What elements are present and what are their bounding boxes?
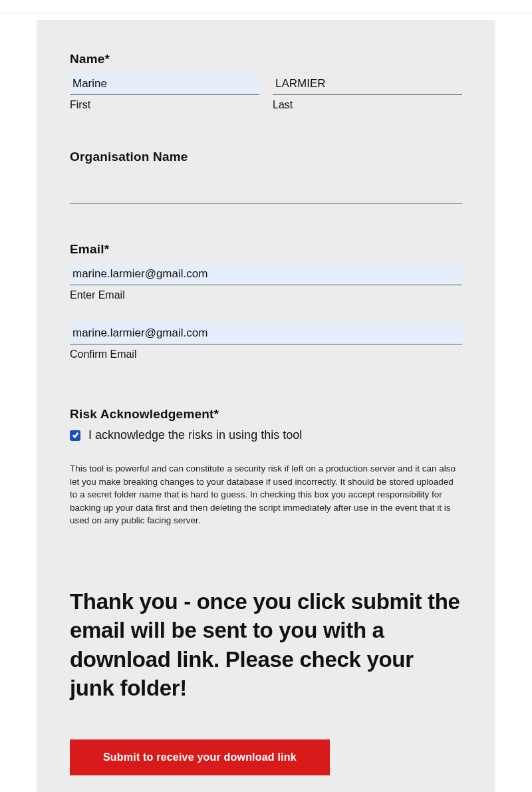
confirm-email-block: Confirm Email xyxy=(70,323,462,360)
enter-email-sublabel: Enter Email xyxy=(70,289,462,301)
last-name-sublabel: Last xyxy=(273,99,462,111)
email-group: Email* Enter Email Confirm Email xyxy=(70,242,462,360)
risk-group: Risk Acknowledgement* I acknowledge the … xyxy=(70,407,462,527)
check-icon xyxy=(72,432,79,439)
email-label: Email* xyxy=(70,242,462,257)
org-label: Organisation Name xyxy=(70,150,462,164)
risk-disclaimer: This tool is powerful and can constitute… xyxy=(70,462,462,527)
confirm-email-sublabel: Confirm Email xyxy=(70,348,462,360)
org-group: Organisation Name xyxy=(70,150,462,203)
risk-checkbox[interactable] xyxy=(70,430,80,441)
enter-email-block: Enter Email xyxy=(70,263,462,301)
name-row: First Last xyxy=(70,73,462,111)
name-label: Name* xyxy=(70,52,462,66)
risk-label: Risk Acknowledgement* xyxy=(70,407,462,422)
form-container: Name* First Last Organisation Name Email… xyxy=(37,20,495,792)
last-name-input[interactable] xyxy=(273,73,462,95)
last-name-col: Last xyxy=(273,73,462,111)
first-name-sublabel: First xyxy=(70,99,259,111)
name-group: Name* First Last xyxy=(70,52,462,111)
confirm-email-input[interactable] xyxy=(70,323,462,344)
risk-checkbox-row: I acknowledge the risks in using this to… xyxy=(70,428,462,442)
org-input[interactable] xyxy=(70,182,462,203)
submit-button[interactable]: Submit to receive your download link xyxy=(70,739,330,775)
thank-you-heading: Thank you - once you click submit the em… xyxy=(70,587,462,703)
first-name-input[interactable] xyxy=(70,73,259,95)
enter-email-input[interactable] xyxy=(70,263,462,285)
first-name-col: First xyxy=(70,73,259,111)
risk-checkbox-label: I acknowledge the risks in using this to… xyxy=(88,428,302,442)
top-border xyxy=(0,0,532,13)
